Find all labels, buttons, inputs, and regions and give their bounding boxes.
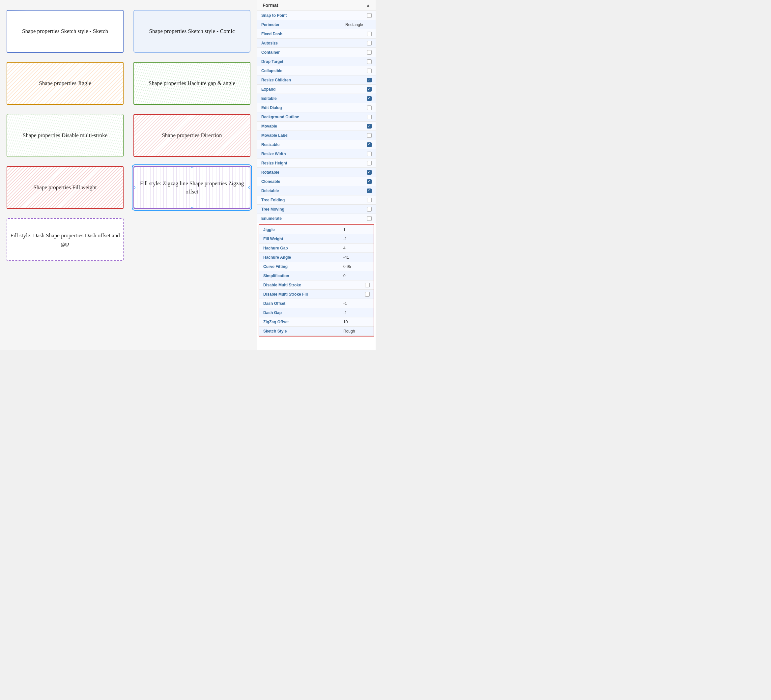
shape-box-direction[interactable]: Shape properties Direction: [133, 114, 250, 157]
properties-container: Snap to PointPerimeterRectangleFixed Das…: [257, 11, 376, 223]
hl-prop-label-6: Disable Multi Stroke: [263, 283, 365, 287]
prop-row-cloneable: Cloneable: [257, 177, 376, 186]
shape-label-zigzag: Fill style: Zigzag line Shape properties…: [134, 179, 250, 196]
shape-box-no-multistroke[interactable]: Shape properties Disable multi-stroke: [7, 114, 124, 157]
highlighted-properties: Jiggle1Fill Weight-1Hachure Gap4Hachure …: [259, 225, 374, 337]
shape-box-sketch-sketch[interactable]: Shape properties Sketch style - Sketch: [7, 10, 124, 53]
prop-label-2: Fixed Dash: [261, 32, 367, 36]
prop-checkbox-19[interactable]: [367, 189, 372, 193]
hl-prop-label-11: Sketch Style: [263, 329, 343, 334]
prop-row-snap-to-point: Snap to Point: [257, 11, 376, 20]
hl-prop-label-10: ZigZag Offset: [263, 320, 343, 324]
prop-label-14: Resizable: [261, 142, 367, 147]
prop-checkbox-13[interactable]: [367, 133, 372, 138]
hl-prop-value-9: -1: [343, 311, 370, 315]
prop-row-movable: Movable: [257, 122, 376, 131]
prop-checkbox-10[interactable]: [367, 106, 372, 110]
prop-checkbox-3[interactable]: [367, 41, 372, 46]
hl-prop-row-curve-fitting: Curve Fitting0.95: [259, 262, 374, 271]
handle-tl: [133, 166, 135, 168]
hl-prop-value-3: -41: [343, 255, 370, 260]
format-panel: Format ▲ Snap to PointPerimeterRectangle…: [257, 0, 376, 350]
prop-label-22: Enumerate: [261, 216, 367, 221]
hl-prop-row-dash-gap: Dash Gap-1: [259, 308, 374, 317]
hl-prop-value-10: 10: [343, 320, 370, 324]
prop-label-19: Deletable: [261, 189, 367, 193]
prop-row-collapsible: Collapsible: [257, 66, 376, 75]
prop-checkbox-15[interactable]: [367, 151, 372, 156]
prop-checkbox-2[interactable]: [367, 32, 372, 36]
shape-label-no-multistroke: Shape properties Disable multi-stroke: [23, 131, 107, 140]
hl-prop-label-8: Dash Offset: [263, 301, 343, 306]
handle-br: [249, 207, 250, 209]
panel-title: Format: [263, 3, 278, 8]
shape-box-jiggle[interactable]: Shape properties Jiggle: [7, 62, 124, 105]
shape-label-sketch-sketch: Shape properties Sketch style - Sketch: [22, 27, 108, 36]
shape-box-fill-weight[interactable]: Shape properties Fill weight: [7, 166, 124, 209]
prop-label-15: Resize Width: [261, 151, 367, 156]
panel-collapse-button[interactable]: ▲: [366, 3, 370, 8]
prop-row-container: Container: [257, 48, 376, 57]
hl-prop-label-3: Hachure Angle: [263, 255, 343, 260]
prop-checkbox-11[interactable]: [367, 115, 372, 119]
hl-prop-value-5: 0: [343, 273, 370, 278]
prop-checkbox-4[interactable]: [367, 50, 372, 55]
shape-box-dash-style[interactable]: Fill style: Dash Shape properties Dash o…: [7, 218, 124, 261]
prop-label-5: Drop Target: [261, 59, 367, 64]
hl-prop-checkbox-7[interactable]: [365, 292, 370, 296]
prop-checkbox-6[interactable]: [367, 68, 372, 73]
hl-prop-row-dash-offset: Dash Offset-1: [259, 299, 374, 308]
prop-checkbox-12[interactable]: [367, 124, 372, 129]
hl-prop-label-2: Hachure Gap: [263, 246, 343, 251]
shape-label-dash-style: Fill style: Dash Shape properties Dash o…: [7, 231, 123, 248]
prop-checkbox-17[interactable]: [367, 170, 372, 175]
hl-prop-row-zigzag-offset: ZigZag Offset10: [259, 317, 374, 327]
hl-prop-value-8: -1: [343, 301, 370, 306]
prop-checkbox-16[interactable]: [367, 161, 372, 166]
prop-label-11: Background Outline: [261, 115, 367, 119]
prop-checkbox-14[interactable]: [367, 142, 372, 147]
prop-checkbox-0[interactable]: [367, 13, 372, 18]
hl-prop-row-disable-multi-stroke: Disable Multi Stroke: [259, 280, 374, 290]
shape-box-hachure[interactable]: Shape properties Hachure gap & angle: [133, 62, 250, 105]
shape-label-direction: Shape properties Direction: [162, 131, 222, 140]
prop-row-resize-height: Resize Height: [257, 158, 376, 168]
hl-prop-row-disable-multi-stroke-fill: Disable Multi Stroke Fill: [259, 290, 374, 299]
prop-label-9: Editable: [261, 96, 367, 101]
hl-prop-label-4: Curve Fitting: [263, 264, 343, 269]
prop-label-12: Movable: [261, 124, 367, 129]
prop-row-resize-children: Resize Children: [257, 75, 376, 85]
canvas-area: Shape properties Sketch style - SketchSh…: [0, 0, 257, 350]
prop-label-16: Resize Height: [261, 161, 367, 166]
prop-checkbox-8[interactable]: [367, 87, 372, 92]
prop-row-movable-label: Movable Label: [257, 131, 376, 140]
prop-row-expand: Expand: [257, 85, 376, 94]
prop-label-6: Collapsible: [261, 68, 367, 73]
shape-box-sketch-comic[interactable]: Shape properties Sketch style - Comic: [133, 10, 250, 53]
hl-prop-checkbox-6[interactable]: [365, 283, 370, 287]
shape-box-zigzag[interactable]: ↻Fill style: Zigzag line Shape propertie…: [133, 166, 250, 209]
prop-row-editable: Editable: [257, 94, 376, 103]
prop-row-rotatable: Rotatable: [257, 168, 376, 177]
handle-bl: [133, 207, 135, 209]
prop-checkbox-7[interactable]: [367, 78, 372, 82]
hl-prop-row-jiggle: Jiggle1: [259, 225, 374, 234]
prop-checkbox-22[interactable]: [367, 216, 372, 221]
prop-checkbox-18[interactable]: [367, 179, 372, 184]
prop-label-1: Perimeter: [261, 23, 345, 27]
prop-checkbox-5[interactable]: [367, 59, 372, 64]
shape-label-jiggle: Shape properties Jiggle: [39, 79, 91, 88]
prop-checkbox-9[interactable]: [367, 96, 372, 101]
shape-label-hachure: Shape properties Hachure gap & angle: [149, 79, 235, 88]
hl-prop-value-11: Rough: [343, 329, 370, 334]
hl-prop-row-hachure-gap: Hachure Gap4: [259, 244, 374, 253]
prop-checkbox-20[interactable]: [367, 198, 372, 202]
prop-label-7: Resize Children: [261, 78, 367, 82]
prop-label-13: Movable Label: [261, 133, 367, 138]
hl-prop-row-fill-weight: Fill Weight-1: [259, 234, 374, 244]
prop-row-autosize: Autosize: [257, 39, 376, 48]
prop-checkbox-21[interactable]: [367, 207, 372, 212]
shape-label-sketch-comic: Shape properties Sketch style - Comic: [149, 27, 234, 36]
panel-header: Format ▲: [257, 0, 376, 11]
hl-prop-label-0: Jiggle: [263, 227, 343, 232]
